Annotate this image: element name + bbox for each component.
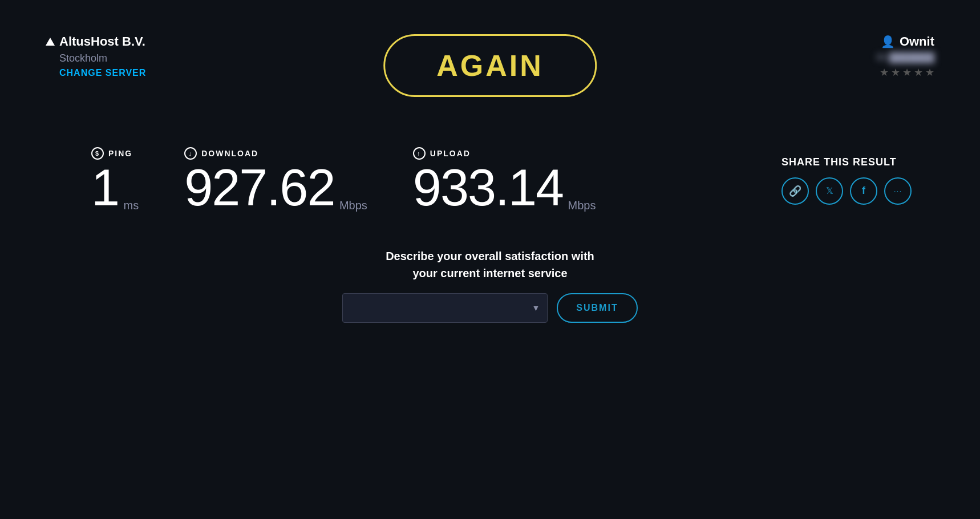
upload-value-row: 933.14 Mbps bbox=[413, 162, 596, 213]
ping-label-row: $ PING bbox=[91, 147, 139, 160]
user-info: 👤 Ownit 84.███████ ★ ★ ★ ★ ★ bbox=[876, 34, 934, 79]
star-3: ★ bbox=[902, 66, 912, 79]
satisfaction-dropdown[interactable]: Very Satisfied Satisfied Neutral Dissati… bbox=[342, 293, 548, 323]
star-2: ★ bbox=[891, 66, 900, 79]
more-icon: ··· bbox=[894, 186, 902, 196]
download-label: DOWNLOAD bbox=[201, 149, 258, 158]
upload-label-row: ↑ UPLOAD bbox=[413, 147, 596, 160]
star-1: ★ bbox=[880, 66, 889, 79]
share-link-button[interactable]: 🔗 bbox=[781, 177, 809, 205]
stats-section: $ PING 1 ms ↓ DOWNLOAD 927.62 Mbps ↑ UPL bbox=[46, 147, 934, 213]
server-icon bbox=[46, 38, 55, 46]
again-button[interactable]: AGAIN bbox=[383, 34, 597, 97]
share-title: SHARE THIS RESULT bbox=[781, 156, 897, 168]
ping-unit: ms bbox=[124, 199, 139, 212]
ping-stat: $ PING 1 ms bbox=[91, 147, 139, 213]
server-info: AltusHost B.V. Stockholm CHANGE SERVER bbox=[46, 34, 146, 78]
upload-label: UPLOAD bbox=[430, 149, 471, 158]
submit-button[interactable]: SUBMIT bbox=[557, 293, 637, 323]
user-icon: 👤 bbox=[881, 35, 895, 48]
server-location: Stockholm bbox=[59, 52, 146, 64]
server-name-label: AltusHost B.V. bbox=[59, 34, 145, 49]
download-value-row: 927.62 Mbps bbox=[184, 162, 367, 213]
upload-icon: ↑ bbox=[413, 147, 426, 160]
star-4: ★ bbox=[914, 66, 923, 79]
download-label-row: ↓ DOWNLOAD bbox=[184, 147, 367, 160]
ping-value-row: 1 ms bbox=[91, 162, 139, 213]
star-rating: ★ ★ ★ ★ ★ bbox=[880, 66, 934, 79]
twitter-icon: 𝕏 bbox=[826, 185, 833, 196]
facebook-icon: f bbox=[862, 185, 865, 197]
select-wrapper: Very Satisfied Satisfied Neutral Dissati… bbox=[342, 293, 548, 323]
satisfaction-section: Describe your overall satisfaction withy… bbox=[342, 248, 637, 323]
download-unit: Mbps bbox=[339, 199, 367, 212]
link-icon: 🔗 bbox=[789, 185, 801, 197]
top-section: AltusHost B.V. Stockholm CHANGE SERVER A… bbox=[46, 34, 934, 79]
ping-value: 1 bbox=[91, 159, 119, 216]
share-section: SHARE THIS RESULT 🔗 𝕏 f ··· bbox=[781, 156, 912, 205]
download-icon: ↓ bbox=[184, 147, 197, 160]
change-server-button[interactable]: CHANGE SERVER bbox=[59, 68, 146, 78]
server-name-row: AltusHost B.V. bbox=[46, 34, 146, 49]
satisfaction-text: Describe your overall satisfaction withy… bbox=[386, 248, 594, 282]
user-name-row: 👤 Ownit bbox=[881, 34, 934, 49]
user-name: Ownit bbox=[900, 34, 934, 49]
share-icons-row: 🔗 𝕏 f ··· bbox=[781, 177, 912, 205]
share-twitter-button[interactable]: 𝕏 bbox=[816, 177, 843, 205]
star-5: ★ bbox=[925, 66, 934, 79]
download-value: 927.62 bbox=[184, 159, 334, 216]
ping-label: PING bbox=[108, 149, 132, 158]
download-stat: ↓ DOWNLOAD 927.62 Mbps bbox=[184, 147, 367, 213]
share-facebook-button[interactable]: f bbox=[850, 177, 877, 205]
upload-unit: Mbps bbox=[568, 199, 596, 212]
share-more-button[interactable]: ··· bbox=[884, 177, 912, 205]
upload-value: 933.14 bbox=[413, 159, 563, 216]
ping-icon: $ bbox=[91, 147, 104, 160]
user-ip: 84.███████ bbox=[876, 52, 934, 63]
satisfaction-form: Very Satisfied Satisfied Neutral Dissati… bbox=[342, 293, 637, 323]
main-container: AltusHost B.V. Stockholm CHANGE SERVER A… bbox=[0, 0, 980, 519]
upload-stat: ↑ UPLOAD 933.14 Mbps bbox=[413, 147, 596, 213]
